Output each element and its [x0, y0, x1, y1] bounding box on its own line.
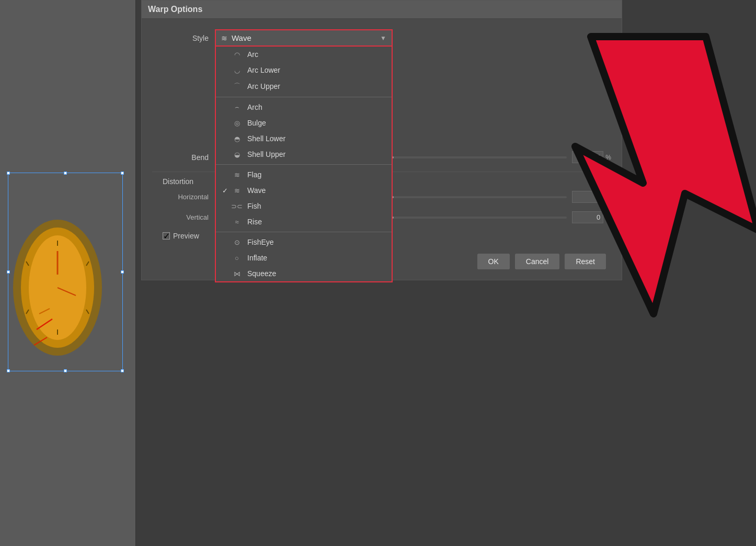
dropdown-item-shell-upper[interactable]: ◒ Shell Upper — [216, 146, 392, 162]
arc-label: Arc — [247, 50, 258, 59]
arc-upper-icon: ⌒ — [231, 82, 243, 91]
handle-bl[interactable] — [7, 369, 10, 372]
vertical-input[interactable] — [572, 211, 603, 223]
bend-input[interactable] — [572, 151, 603, 163]
dropdown-item-arc[interactable]: ◠ Arc — [216, 47, 392, 62]
dropdown-item-squeeze[interactable]: ⋈ Squeeze — [216, 266, 392, 281]
handle-br[interactable] — [121, 369, 124, 372]
handle-ml[interactable] — [7, 270, 10, 274]
fisheye-icon: ⊙ — [231, 238, 243, 246]
dropdown-item-wave[interactable]: ✓ ≋ Wave — [216, 183, 392, 198]
bulge-icon: ◎ — [231, 119, 243, 127]
wave-icon: ≋ — [231, 187, 243, 195]
dialog-content: Style ≋ Wave ▼ ◠ Arc — [142, 19, 622, 280]
horizontal-label: Horizontal — [152, 193, 215, 201]
selection-box — [8, 173, 123, 371]
bend-percent-sign: % — [605, 154, 611, 161]
preview-label: Preview — [173, 232, 199, 240]
style-row: Style ≋ Wave ▼ ◠ Arc — [152, 29, 611, 47]
preview-checkbox[interactable]: ✓ — [163, 232, 170, 240]
warp-dialog: Warp Options Style ≋ Wave ▼ — [141, 0, 622, 280]
vertical-label: Vertical — [152, 213, 215, 221]
horizontal-percent-sign: % — [605, 194, 611, 201]
wave-icon-selected: ≋ — [221, 34, 227, 42]
shell-lower-label: Shell Lower — [247, 134, 285, 143]
arc-lower-label: Arc Lower — [247, 66, 280, 74]
squeeze-icon: ⋈ — [231, 270, 243, 278]
handle-tl[interactable] — [7, 172, 10, 175]
separator-1 — [216, 97, 392, 97]
arc-lower-icon: ◡ — [231, 66, 243, 74]
style-dropdown[interactable]: ≋ Wave ▼ ◠ Arc — [215, 29, 393, 47]
flag-label: Flag — [247, 170, 261, 179]
style-label: Style — [152, 34, 215, 42]
handle-mr[interactable] — [121, 270, 124, 274]
shell-upper-icon: ◒ — [231, 151, 243, 158]
arch-label: Arch — [247, 103, 262, 111]
dropdown-menu: ◠ Arc ◡ Arc Lower ⌒ Ar — [215, 47, 393, 282]
dialog-backdrop: Warp Options Style ≋ Wave ▼ — [136, 0, 756, 546]
dialog-title: Warp Options — [142, 1, 622, 19]
flag-icon: ≋ — [231, 171, 243, 179]
arch-icon: ⌢ — [231, 103, 243, 111]
dropdown-item-bulge[interactable]: ◎ Bulge — [216, 115, 392, 131]
arc-icon: ◠ — [231, 51, 243, 59]
dropdown-item-shell-lower[interactable]: ◓ Shell Lower — [216, 131, 392, 146]
bend-label: Bend — [152, 153, 215, 162]
rise-label: Rise — [247, 218, 262, 226]
handle-tr[interactable] — [121, 172, 124, 175]
selected-value: Wave — [232, 33, 251, 42]
separator-2 — [216, 164, 392, 165]
handle-tm[interactable] — [64, 172, 67, 175]
check-wave: ✓ — [222, 187, 231, 195]
cancel-button[interactable]: Cancel — [515, 254, 560, 269]
arc-upper-label: Arc Upper — [247, 82, 280, 90]
chevron-down-icon: ▼ — [380, 35, 386, 42]
fish-label: Fish — [247, 202, 261, 210]
fish-icon: ⊃⊂ — [231, 202, 243, 210]
dropdown-item-inflate[interactable]: ○ Inflate — [216, 250, 392, 266]
inflate-label: Inflate — [247, 254, 267, 262]
reset-button[interactable]: Reset — [565, 254, 606, 269]
ok-button[interactable]: OK — [477, 254, 510, 269]
dropdown-item-fisheye[interactable]: ⊙ FishEye — [216, 234, 392, 250]
handle-bm[interactable] — [64, 369, 67, 372]
dropdown-item-arc-lower[interactable]: ◡ Arc Lower — [216, 62, 392, 78]
separator-3 — [216, 232, 392, 232]
dropdown-item-flag[interactable]: ≋ Flag — [216, 167, 392, 183]
shell-upper-label: Shell Upper — [247, 150, 285, 158]
horizontal-input[interactable] — [572, 191, 603, 203]
vertical-percent-sign: % — [605, 214, 611, 221]
dropdown-item-rise[interactable]: ≈ Rise — [216, 214, 392, 230]
bulge-label: Bulge — [247, 119, 266, 127]
dropdown-item-fish[interactable]: ⊃⊂ Fish — [216, 198, 392, 214]
dropdown-selected[interactable]: ≋ Wave ▼ — [215, 29, 393, 47]
inflate-icon: ○ — [231, 254, 243, 262]
dropdown-item-arc-upper[interactable]: ⌒ Arc Upper — [216, 78, 392, 95]
shell-lower-icon: ◓ — [231, 135, 243, 143]
canvas-panel — [0, 0, 136, 546]
wave-label: Wave — [247, 186, 266, 195]
squeeze-label: Squeeze — [247, 269, 276, 278]
dropdown-item-arch[interactable]: ⌢ Arch — [216, 99, 392, 115]
rise-icon: ≈ — [231, 218, 243, 226]
fisheye-label: FishEye — [247, 238, 274, 246]
